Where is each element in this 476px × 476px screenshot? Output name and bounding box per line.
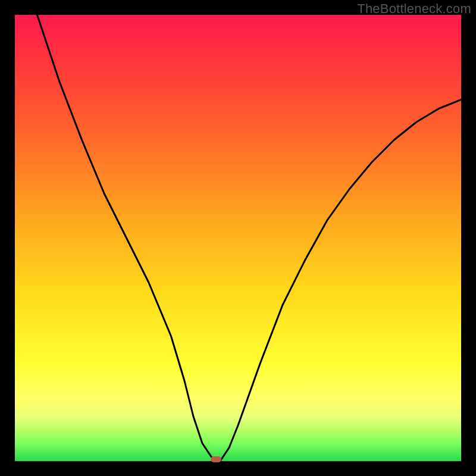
plot-area: [15, 15, 461, 461]
chart-frame: TheBottleneck.com: [0, 0, 476, 476]
minimum-marker: [211, 456, 221, 462]
bottleneck-curve: [15, 15, 461, 461]
